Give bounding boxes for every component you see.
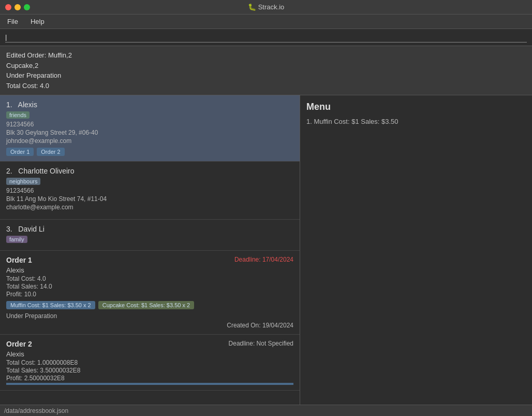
order-2-total-cost: Total Cost: 1.00000008E8 <box>6 359 293 366</box>
menu-help[interactable]: Help <box>28 17 47 26</box>
order-1-total-cost: Total Cost: 4.0 <box>6 275 293 282</box>
contact-phone-alexis: 91234566 <box>6 121 293 128</box>
close-button[interactable] <box>5 4 11 10</box>
order-1-deadline: Deadline: 17/04/2024 <box>234 256 293 263</box>
menu-bar: File Help <box>0 15 532 29</box>
order-1-item-muffin: Muffin Cost: $1 Sales: $3.50 x 2 <box>6 301 95 309</box>
contact-card-david[interactable]: 3. David Li family <box>0 220 300 251</box>
maximize-button[interactable] <box>24 4 30 10</box>
left-panel: 1. Alexis friends 91234566 Blk 30 Geylan… <box>0 95 300 416</box>
order-2-total-sales: Total Sales: 3.50000032E8 <box>6 367 293 374</box>
edited-order-line3: Under Preparation <box>6 70 526 81</box>
contact-card-alexis[interactable]: 1. Alexis friends 91234566 Blk 30 Geylan… <box>0 95 300 162</box>
order-1-total-sales: Total Sales: 14.0 <box>6 283 293 290</box>
edited-order-line2: Cupcake,2 <box>6 61 526 71</box>
order-1-item-cupcake: Cupcake Cost: $1 Sales: $3.50 x 2 <box>98 301 194 309</box>
order-badge-1[interactable]: Order 1 <box>6 148 34 156</box>
contact-tag-neighbours: neighbours <box>6 178 40 185</box>
order-1-person: Alexis <box>6 266 293 274</box>
order-1-created: Created On: 19/04/2024 <box>6 322 293 329</box>
order-badge-2[interactable]: Order 2 <box>37 148 64 156</box>
order-1-status: Under Preparation <box>6 312 293 320</box>
order-1-section: Order 1 Deadline: 17/04/2024 Alexis Tota… <box>0 251 300 335</box>
order-2-deadline: Deadline: Not Specified <box>229 340 293 347</box>
menu-item-muffin: 1. Muffin Cost: $1 Sales: $3.50 <box>306 118 526 125</box>
title-bar: 🐛 Strack.io <box>0 0 532 15</box>
menu-title: Menu <box>306 102 526 112</box>
order-2-title: Order 2 <box>6 340 32 348</box>
contact-name-charlotte: 2. Charlotte Oliveiro <box>6 167 293 175</box>
status-text: /data/addressbook.json <box>4 407 68 414</box>
contact-address-charlotte: Blk 11 Ang Mo Kio Street 74, #11-04 <box>6 195 293 203</box>
search-input[interactable] <box>5 32 527 42</box>
edited-order-info: Edited Order: Muffin,2 Cupcake,2 Under P… <box>0 46 532 95</box>
order-2-person: Alexis <box>6 350 293 358</box>
minimize-button[interactable] <box>14 4 21 10</box>
traffic-lights <box>5 4 30 10</box>
contact-tag-family: family <box>6 236 27 243</box>
contact-address-alexis: Blk 30 Geylang Street 29, #06-40 <box>6 129 293 136</box>
right-panel: Menu 1. Muffin Cost: $1 Sales: $3.50 <box>300 95 532 416</box>
window-title: 🐛 Strack.io <box>248 3 285 11</box>
contact-phone-charlotte: 91234566 <box>6 187 293 194</box>
edited-order-line1: Edited Order: Muffin,2 <box>6 50 526 61</box>
main-layout: 1. Alexis friends 91234566 Blk 30 Geylan… <box>0 95 532 416</box>
edited-order-line4: Total Cost: 4.0 <box>6 81 526 91</box>
order-2-profit: Profit: 2.50000032E8 <box>6 375 293 382</box>
order-1-items: Muffin Cost: $1 Sales: $3.50 x 2 Cupcake… <box>6 301 293 309</box>
order-1-profit: Profit: 10.0 <box>6 291 293 298</box>
status-bar: /data/addressbook.json <box>0 405 532 416</box>
search-bar <box>0 29 532 46</box>
order-1-header: Order 1 Deadline: 17/04/2024 <box>6 256 293 264</box>
contact-name-david: 3. David Li <box>6 225 293 233</box>
app-icon: 🐛 <box>248 3 256 11</box>
contact-email-charlotte: charlotte@example.com <box>6 204 293 211</box>
order-2-section: Order 2 Deadline: Not Specified Alexis T… <box>0 335 300 391</box>
scroll-indicator <box>6 383 293 385</box>
order-2-header: Order 2 Deadline: Not Specified <box>6 340 293 348</box>
order-1-title: Order 1 <box>6 256 32 264</box>
order-badges-alexis: Order 1 Order 2 <box>6 148 293 156</box>
contact-email-alexis: johndoe@example.com <box>6 137 293 145</box>
contact-tag-friends: friends <box>6 111 29 119</box>
menu-file[interactable]: File <box>5 17 20 26</box>
contact-card-charlotte[interactable]: 2. Charlotte Oliveiro neighbours 9123456… <box>0 162 300 220</box>
contact-name-alexis: 1. Alexis <box>6 101 293 109</box>
